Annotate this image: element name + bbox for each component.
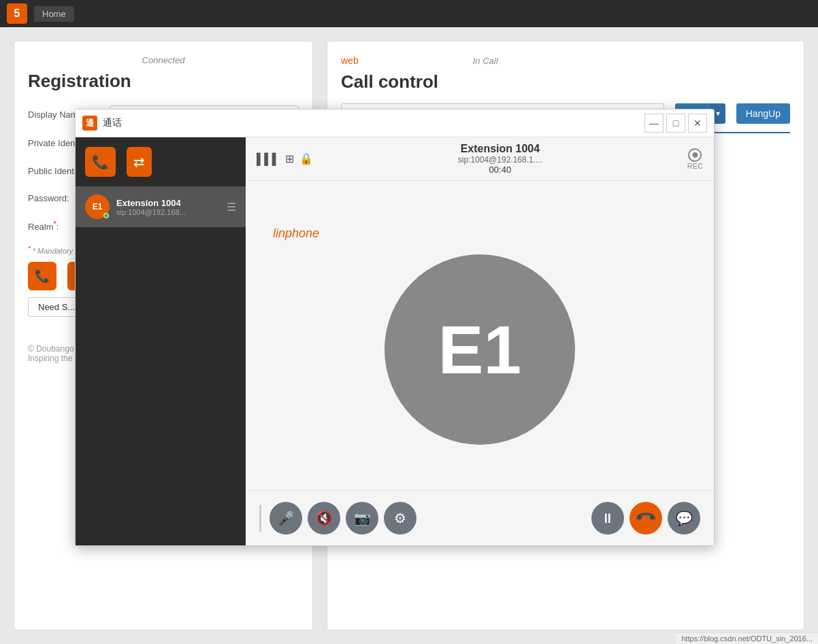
popup-sidebar: 📞 ⇄ E1 Extension 1004 sip:1004@192.168..…: [76, 137, 246, 545]
app-logo: 5: [7, 3, 27, 24]
registration-title: Registration: [28, 71, 299, 92]
topbar: 5 Home: [0, 0, 818, 27]
microphone-icon: 🎤: [278, 510, 295, 526]
speaker-icon: 🔇: [316, 510, 333, 526]
video-icon: 📷: [354, 510, 371, 526]
end-call-button[interactable]: 📞: [629, 502, 662, 535]
close-button[interactable]: ✕: [688, 114, 707, 133]
registration-status: Connected: [28, 55, 299, 65]
popup-bottom-controls: 🎤 🔇 📷 ⚙ ⏸: [246, 490, 714, 545]
online-indicator: [103, 213, 109, 218]
phone-icon: 📞: [92, 154, 109, 170]
contact-sip: sip:1004@192.168...: [116, 208, 220, 216]
caller-name: Extension 1004: [313, 143, 687, 155]
sidebar-call-button[interactable]: 📞: [85, 147, 116, 177]
contact-name: Extension 1004: [116, 198, 220, 208]
call-timer: 00:40: [313, 165, 687, 175]
bottom-right-controls: ⏸ 📞 💬: [591, 502, 700, 535]
divider: [259, 505, 261, 532]
call-in-call-status: In Call: [473, 56, 498, 66]
rec-circle-icon: ⬤: [688, 148, 702, 162]
lock-icon: 🔒: [299, 152, 313, 165]
signal-bars-icon: ▌▌▌: [257, 153, 280, 165]
contact-avatar: E1: [85, 194, 110, 219]
settings-button[interactable]: ⚙: [384, 502, 416, 535]
chat-button[interactable]: 💬: [668, 502, 700, 535]
call-button[interactable]: 📞: [28, 262, 56, 290]
main-content: Connected Registration Display Name: Pri…: [0, 27, 818, 644]
caller-avatar: E1: [385, 254, 575, 445]
linphone-label: linphone: [273, 226, 319, 241]
popup-app-icon: 通: [82, 116, 97, 131]
call-web-label: web: [341, 55, 359, 66]
restore-button[interactable]: □: [666, 114, 685, 133]
home-nav[interactable]: Home: [34, 6, 74, 22]
contact-item[interactable]: E1 Extension 1004 sip:1004@192.168... ☰: [76, 186, 246, 227]
hangup-icon: 📞: [634, 507, 658, 530]
pause-button[interactable]: ⏸: [591, 502, 624, 535]
popup-app-title: 通话: [103, 117, 639, 129]
rec-indicator: ⬤ REC: [687, 148, 703, 170]
rec-label: REC: [687, 162, 703, 170]
contact-menu-icon[interactable]: ☰: [227, 201, 236, 214]
pause-icon: ⏸: [601, 511, 615, 526]
sidebar-action-buttons: 📞 ⇄: [76, 137, 246, 186]
call-status-row: web In Call: [341, 55, 790, 66]
settings-icon: ⚙: [394, 510, 406, 526]
sidebar-transfer-button[interactable]: ⇄: [127, 147, 152, 177]
microphone-button[interactable]: 🎤: [269, 502, 302, 535]
chat-icon: 💬: [676, 510, 693, 526]
caller-sip: sip:1004@192.168.1....: [313, 155, 687, 165]
popup-win-controls: — □ ✕: [644, 114, 707, 133]
popup-main-area: ▌▌▌ ⊞ 🔒 Extension 1004 sip:1004@192.168.…: [246, 137, 714, 545]
call-info-bar: ▌▌▌ ⊞ 🔒 Extension 1004 sip:1004@192.168.…: [246, 137, 714, 181]
url-bar: https://blog.csdn.net/ODTU_sin_2016...: [676, 632, 818, 644]
grid-icon: ⊞: [285, 152, 294, 165]
transfer-icon: ⇄: [133, 154, 145, 170]
minimize-button[interactable]: —: [644, 114, 664, 133]
video-button[interactable]: 📷: [346, 502, 378, 535]
call-info-center: Extension 1004 sip:1004@192.168.1.... 00…: [313, 143, 687, 175]
popup-avatar-area: linphone E1: [246, 181, 714, 490]
popup-titlebar: 通 通话 — □ ✕: [76, 109, 714, 137]
contact-info: Extension 1004 sip:1004@192.168...: [116, 198, 220, 216]
hangup-button[interactable]: HangUp: [736, 103, 790, 124]
signal-indicators: ▌▌▌ ⊞ 🔒: [257, 152, 313, 165]
phone-icon: 📞: [35, 269, 50, 284]
bottom-left-controls: 🎤 🔇 📷 ⚙: [259, 502, 416, 535]
popup-window: 通 通话 — □ ✕ 📞 ⇄: [75, 109, 715, 546]
call-control-title: Call control: [341, 71, 790, 92]
speaker-button[interactable]: 🔇: [308, 502, 340, 535]
popup-body: 📞 ⇄ E1 Extension 1004 sip:1004@192.168..…: [76, 137, 714, 545]
